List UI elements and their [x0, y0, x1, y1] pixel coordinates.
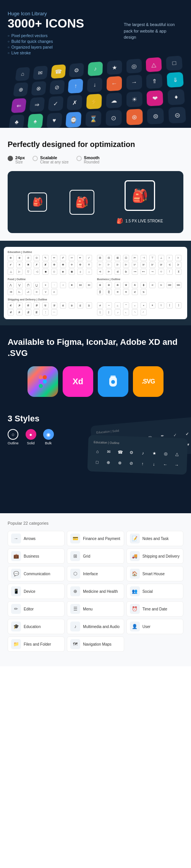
smart-house-icon-box: 🏠: [130, 569, 140, 579]
badge-dot: [32, 156, 38, 161]
category-finance[interactable]: 💳 Finance and Payment: [67, 531, 124, 546]
mini-grid-3: ⋀ ⋁ ⋂ ⋃ ⋄ ⋅ ⋆ ⋇ ⋈ ⋉ ⋊ ⋋ ⋌ ⋍ ⋎ ⋏: [8, 282, 94, 295]
mini-icon: ⌁: [106, 302, 112, 308]
mini-icon: ⋊: [8, 289, 14, 295]
mini-icon: ⊴: [115, 269, 121, 275]
mini-icon: ⊧: [175, 255, 181, 261]
badge-24px: 24px Size: [8, 155, 25, 164]
mini-icon: ⊟: [106, 255, 112, 261]
mini-icon: ⌃: [123, 302, 129, 308]
mini-icon: ⋥: [51, 302, 57, 308]
category-grid[interactable]: ⊞ Grid: [67, 548, 124, 564]
mini-icon: ⊷: [141, 269, 147, 275]
business-icon-box: 💼: [11, 551, 21, 561]
category-smart-house[interactable]: 🏠 Smart House: [126, 566, 183, 581]
mini-icon: ⊱: [175, 262, 181, 268]
style-options: ○ Outline ● Solid ◉ Bulk: [8, 429, 54, 445]
mini-icon: ⋔: [132, 282, 138, 288]
category-interface[interactable]: ⬡ Interface: [67, 566, 124, 581]
sheet-panel-education: Education | Outline ⊕ ⊗ ⊘ ⊙ ✎ ✏ ✐ ✑ ✒ ✓ …: [8, 251, 94, 275]
mini-icon: ⋦: [60, 302, 66, 308]
mini-icon: ✗: [34, 262, 40, 268]
svg-rect-1: [39, 379, 43, 384]
mini-icon: ⊤: [149, 255, 155, 261]
finance-icon-box: 💳: [70, 534, 80, 543]
mini-icon: ⋠: [8, 302, 14, 308]
category-editor[interactable]: ✏ Editor: [8, 601, 65, 617]
device-label: Device: [24, 589, 36, 594]
mini-icon: ▷: [16, 269, 23, 275]
dark-icon: ✉: [105, 447, 113, 456]
icon-cell: ⌂: [15, 67, 30, 81]
svg-rect-2: [39, 384, 43, 388]
svg-rect-0: [39, 375, 43, 379]
icon-cell: ⊗: [31, 81, 46, 96]
category-social[interactable]: 👥 Social: [126, 584, 183, 599]
business-label: Business: [24, 554, 39, 558]
sheet-panel-right2: . ⌀ ⌁ ⌂ ⌃ ⌄ ⌅ ⌆ ⌇ ⌈ ⌉ ⌊ ⌋ ⌌ ⌍ ⌎ ⌏: [97, 298, 183, 315]
category-education[interactable]: 🎓 Education: [8, 619, 65, 634]
bullet-4: Live stroke: [8, 51, 183, 55]
menu-label: Menu: [83, 607, 92, 611]
category-files[interactable]: 📁 Files and Folder: [8, 636, 65, 652]
social-icon-box: 👥: [130, 586, 140, 596]
mini-icon: ⊡: [123, 255, 129, 261]
mini-grid-4: ⋐ ⋑ ⋒ ⋓ ⋔ ⋕ ⋖ ⋗ ⋘ ⋙ ⋚ ⋛ ⋜ ⋝ ⋞ ⋟: [97, 282, 183, 295]
optimization-section: Perfectly designed for optimization 24px…: [0, 128, 191, 241]
mini-icon: ◈: [60, 269, 66, 275]
category-user[interactable]: 👤 User: [126, 619, 183, 634]
icon-cell: ⊛: [126, 109, 143, 125]
svg-rect-3: [43, 375, 47, 379]
mini-icon: ⋭: [34, 309, 40, 315]
category-shipping[interactable]: 🚚 Shipping and Delivery: [126, 548, 183, 564]
mini-icon: ⋇: [69, 282, 75, 288]
category-menu[interactable]: ☰ Menu: [67, 601, 124, 617]
mini-icon: ⊢: [132, 255, 138, 261]
category-empty-1: [126, 636, 183, 652]
mini-icon: ⊯: [158, 262, 164, 268]
mini-icon: ✔: [8, 262, 14, 268]
mini-icon: ⋉: [86, 282, 92, 288]
bulk-style: ◉ Bulk: [43, 429, 54, 445]
icon-sheet-section: Education | Outline ⊕ ⊗ ⊘ ⊙ ✎ ✏ ✐ ✑ ✒ ✓ …: [0, 241, 191, 325]
icon-cell: ❤: [147, 90, 163, 106]
category-medicine[interactable]: ⊕ Medicine and Health: [67, 584, 124, 599]
mini-icon: ⋩: [86, 302, 92, 308]
icon-cell: ☁: [106, 93, 122, 108]
icon-cell: ✓: [48, 96, 63, 111]
dark-icon: ◎: [161, 449, 170, 458]
category-navigation[interactable]: 🗺 Navigation Maps: [67, 636, 124, 652]
svg-point-4: [43, 380, 47, 384]
category-time[interactable]: ⏰ Time and Date: [126, 601, 183, 617]
mini-icon: ○: [86, 269, 92, 275]
icon-cell: ⌚: [66, 112, 82, 127]
icon-cell: ☀: [126, 91, 142, 108]
shipping-icon-box: 🚚: [130, 551, 140, 561]
mini-icon: ⊪: [115, 262, 121, 268]
styles-info: 3 Styles ○ Outline ● Solid ◉ Bulk: [8, 414, 54, 445]
icon-cell: ⊝: [168, 107, 186, 124]
category-communication[interactable]: 💬 Communication: [8, 566, 65, 581]
mini-icon: ✚: [60, 262, 66, 268]
mini-icon: ⊣: [141, 255, 147, 261]
icon-cell: ⌛: [86, 111, 102, 127]
category-notes[interactable]: 📝 Notes and Task: [126, 531, 183, 546]
category-device[interactable]: 📱 Device: [8, 584, 65, 599]
mini-icon: ⋤: [42, 302, 49, 308]
badge-info: Smooth Rounded: [84, 155, 100, 164]
mini-icon: ⌇: [158, 302, 164, 308]
category-business[interactable]: 💼 Business: [8, 548, 65, 564]
icon-cell: ✉: [33, 65, 48, 80]
mini-icon: ⋞: [132, 289, 138, 295]
category-multimedia[interactable]: ♪ Multimedia and Audio: [67, 619, 124, 634]
category-arrows[interactable]: → Arrows: [8, 531, 65, 546]
icon-cell: ⚙: [69, 63, 84, 77]
time-label: Time and Date: [142, 607, 167, 611]
mini-icon: ✓: [86, 255, 92, 261]
icon-cell: ⊘: [49, 80, 65, 95]
mini-icon: ⊫: [123, 262, 129, 268]
mini-icon: ⊸: [149, 269, 155, 275]
mini-icon: ⋄: [42, 282, 49, 288]
categories-subtitle: Popular 22 categories: [8, 521, 183, 525]
education-label: Education: [24, 625, 40, 629]
